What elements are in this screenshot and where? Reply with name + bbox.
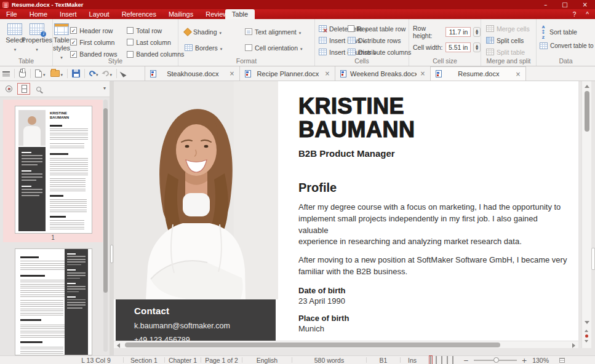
scroll-up-arrow[interactable] [585, 85, 589, 88]
help-button[interactable]: ? [573, 11, 577, 18]
sidebar-header: ▾ [0, 81, 110, 97]
page-thumbnails-button[interactable] [17, 83, 30, 95]
word-count[interactable]: 580 words [292, 357, 366, 364]
browse-object-button[interactable] [585, 334, 588, 338]
minimize-button[interactable]: – [544, 1, 547, 8]
close-tab-icon[interactable]: × [325, 70, 330, 77]
group-label-format: Format [178, 57, 314, 65]
pages-icon [21, 85, 26, 93]
navigation-compass-button[interactable] [2, 83, 15, 95]
scroll-left-arrow[interactable] [117, 343, 120, 348]
convert-table-button[interactable]: Convert table to text [540, 39, 595, 52]
reading-view-button[interactable] [447, 357, 448, 364]
menu-layout[interactable]: Layout [83, 9, 116, 19]
close-tab-icon[interactable]: × [420, 70, 425, 77]
menu-file[interactable]: File [0, 9, 23, 19]
sort-table-button[interactable]: A↕Z Sort table [540, 25, 595, 39]
page2-thumbnail[interactable] [15, 248, 92, 355]
save-button[interactable] [70, 66, 82, 81]
doc-tab-resume[interactable]: Resume.docx × [431, 66, 526, 81]
vertical-scrollbar-thumb[interactable] [585, 91, 589, 132]
menu-references[interactable]: References [116, 9, 162, 19]
sidebar-scrollbar-thumb[interactable] [103, 108, 108, 293]
row-height-input[interactable]: 11.7 in [445, 27, 471, 37]
tab-table-context[interactable]: Table [225, 9, 255, 19]
vertical-scrollbar[interactable] [581, 81, 591, 348]
collapse-ribbon-button[interactable]: ^ [586, 11, 589, 18]
zoom-level[interactable]: 130% [527, 357, 554, 364]
search-button[interactable] [32, 83, 45, 95]
split-cells-icon [486, 37, 494, 44]
maximize-button[interactable]: □ [562, 1, 567, 8]
pan-tool-button[interactable] [17, 66, 28, 81]
new-document-button[interactable] [33, 66, 48, 81]
app-icon [2, 2, 9, 8]
doc-tab-recipe-planner[interactable]: Recipe Planner.docx × [240, 66, 335, 81]
chapter-indicator[interactable]: Chapter 1 [165, 357, 201, 364]
distribute-columns-button[interactable]: Distribute columns [348, 46, 409, 58]
horizontal-scrollbar-thumb[interactable] [125, 342, 500, 347]
scroll-right-arrow[interactable] [572, 343, 575, 348]
close-button[interactable]: × [583, 1, 588, 8]
language-indicator[interactable]: English [242, 357, 292, 364]
object-mode-button[interactable] [119, 66, 127, 81]
book-view-button[interactable] [452, 357, 453, 364]
menu-home[interactable]: Home [23, 9, 54, 19]
splitter-grip[interactable] [110, 245, 113, 263]
insert-mode-indicator[interactable]: Ins [401, 357, 424, 364]
continuous-view-button[interactable] [436, 357, 437, 364]
cell-width-input[interactable]: 5.51 in [445, 42, 471, 52]
section-indicator[interactable]: Section 1 [124, 357, 164, 364]
quick-toolbar: Steakhouse.docx × Recipe Planner.docx × … [0, 66, 595, 81]
check-header-row[interactable]: ✓Header row [70, 25, 127, 36]
fullscreen-view-icon [441, 356, 442, 364]
ribbon-group-merge-split: Merge cells Split cells Split table Merg… [481, 19, 537, 66]
undo-button[interactable] [87, 66, 101, 81]
sidebar-splitter[interactable] [110, 81, 114, 355]
sidebar-toggle-button[interactable] [0, 66, 12, 81]
redo-button[interactable] [101, 66, 115, 81]
scroll-down-arrow[interactable] [585, 321, 589, 324]
shading-button[interactable]: Shading [185, 26, 245, 38]
row-height-stepper[interactable]: ▲▼ [473, 27, 481, 37]
repeat-table-row-check[interactable]: Repeat table row [348, 23, 409, 34]
browse-object-controls [585, 330, 588, 342]
cursor-position[interactable]: L 13 Col 9 [69, 357, 123, 364]
horizontal-scrollbar[interactable] [114, 341, 578, 348]
close-tab-icon[interactable]: × [230, 70, 234, 77]
sidebar-scrollbar[interactable] [103, 100, 108, 352]
zoom-in-button[interactable]: + [522, 357, 527, 364]
insert-columns-icon [319, 49, 327, 55]
sidebar-options-chevron[interactable]: ▾ [103, 85, 106, 91]
resume-page[interactable]: Contact k.baumann@softmaker.com +49 123 … [114, 81, 578, 348]
cell-reference[interactable]: B1 [367, 357, 400, 364]
borders-button[interactable]: Borders [185, 42, 245, 53]
chevron-down-icon [14, 45, 17, 52]
page-indicator[interactable]: Page 1 of 2 [201, 357, 242, 364]
table-styles-button[interactable]: Table styles [53, 19, 70, 60]
zoom-out-button[interactable]: − [463, 357, 469, 364]
doc-tab-steakhouse[interactable]: Steakhouse.docx × [145, 66, 240, 81]
doc-tab-weekend-breaks[interactable]: Weekend Breaks.docx × [335, 66, 431, 81]
cell-orientation-button[interactable]: Cell orientation [245, 42, 319, 53]
open-document-button[interactable] [48, 66, 66, 81]
next-page-button[interactable] [585, 340, 588, 342]
compass-icon [6, 85, 12, 92]
zoom-options-icon[interactable] [559, 358, 565, 363]
split-window-grip[interactable] [591, 248, 595, 270]
zoom-slider[interactable] [474, 360, 517, 361]
page1-thumbnail-selected[interactable]: KRISTINEBAUMANN 1 [3, 100, 103, 242]
menu-mailings[interactable]: Mailings [162, 9, 199, 19]
previous-page-button[interactable] [585, 330, 588, 332]
close-tab-icon[interactable]: × [516, 71, 521, 77]
zoom-slider-handle[interactable] [493, 357, 499, 363]
fullscreen-view-button[interactable] [441, 357, 442, 364]
distribute-rows-button[interactable]: Distribute rows [348, 34, 409, 46]
properties-button[interactable]: Properties [22, 19, 52, 52]
normal-view-button[interactable] [430, 357, 431, 364]
split-cells-button[interactable]: Split cells [486, 34, 536, 46]
text-alignment-button[interactable]: Text alignment [245, 26, 319, 38]
cell-width-stepper[interactable]: ▲▼ [473, 42, 481, 52]
menu-insert[interactable]: Insert [54, 9, 83, 19]
check-first-column[interactable]: ✓First column [70, 36, 127, 48]
